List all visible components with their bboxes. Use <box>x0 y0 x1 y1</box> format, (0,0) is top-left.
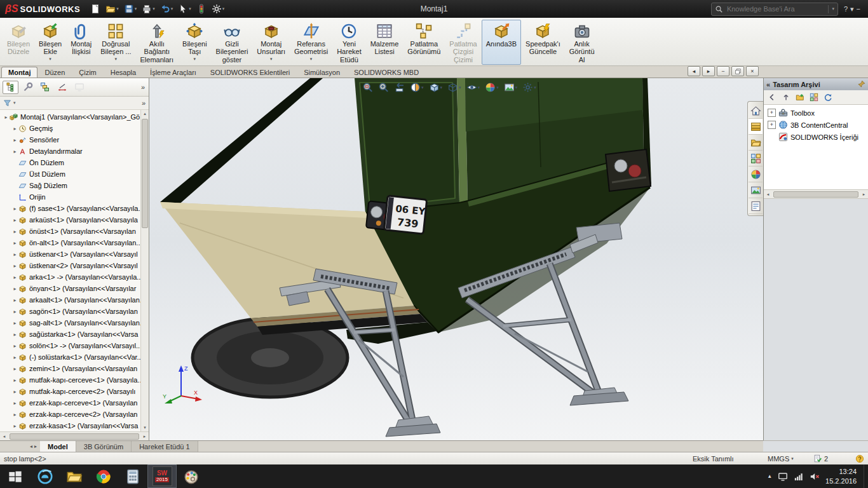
expander-icon[interactable]: ▸ <box>11 332 18 337</box>
dropdown-arrow-icon[interactable]: ▾ <box>310 57 313 62</box>
tree-item[interactable]: ▸ mutfak-kapı-cerceve<1> (Varsayıla... <box>0 374 149 386</box>
taskpane-palette-button[interactable] <box>808 92 820 103</box>
dropdown-arrow-icon[interactable]: ▾ <box>440 85 443 90</box>
viewsettings-button[interactable]: ▾ <box>521 81 538 93</box>
expander-icon[interactable]: ▸ <box>11 252 18 257</box>
expand-plus-icon[interactable]: + <box>768 109 776 117</box>
zoomarea-button[interactable] <box>377 81 390 93</box>
expander-icon[interactable]: ▸ <box>11 217 18 223</box>
tree-item[interactable]: Orijin <box>0 191 149 203</box>
print-button[interactable]: ▾ <box>140 3 157 15</box>
tree-item[interactable]: ▸ erzak-kapı-cerceve<2> (Varsayılan <box>0 409 149 420</box>
taskpane-tab-home[interactable] <box>749 103 763 119</box>
tray-display[interactable] <box>778 471 788 482</box>
fm-tab-configurations[interactable] <box>37 81 53 94</box>
expander-icon[interactable]: ▸ <box>11 286 18 292</box>
taskpane-item[interactable]: + Toolbox <box>764 107 868 119</box>
dropdown-arrow-icon[interactable]: ▾ <box>478 85 480 90</box>
taskpane-up-button[interactable] <box>780 92 792 103</box>
prev-window-button[interactable]: ◂ <box>688 66 700 76</box>
taskpane-tab-designlibrary[interactable] <box>749 119 763 135</box>
knowledge-search-box[interactable]: ▾ <box>711 3 838 16</box>
pin-icon[interactable] <box>857 80 865 88</box>
close-window-button[interactable]: × <box>746 66 759 76</box>
ribbon-speedpak-button[interactable]: Speedpak'ı Güncelle <box>521 20 565 65</box>
ribbon-mate-button[interactable]: Montaj İlişkisi <box>66 20 96 65</box>
tray-volmute[interactable] <box>810 471 820 482</box>
scroll-right-icon[interactable]: ▸ <box>140 434 149 439</box>
feature-tree-scrollbar[interactable]: ▴ ▾ <box>140 110 149 431</box>
help-button[interactable]: ? <box>843 5 849 13</box>
expander-icon[interactable]: ▸ <box>11 274 18 280</box>
expander-icon[interactable]: ▸ <box>11 263 18 269</box>
license-plate[interactable]: 06 EY 739 <box>384 196 427 234</box>
taskpane-tab-appearances[interactable] <box>749 166 763 182</box>
fm-overflow-icon[interactable]: » <box>141 83 146 91</box>
display-pane-expand-icon[interactable]: » <box>142 99 146 107</box>
tree-item[interactable]: ▸ arka<1> -> (Varsayılan<<Varsayıla... <box>0 271 149 283</box>
show-desktop-button[interactable] <box>864 464 868 488</box>
expander-icon[interactable]: ▸ <box>11 355 18 360</box>
expander-icon[interactable]: ▸ <box>11 423 18 429</box>
open-button[interactable]: ▾ <box>104 3 121 15</box>
options-button[interactable]: ▾ <box>210 3 227 15</box>
tree-item[interactable]: ▸ sağüstarka<1> (Varsayılan<<Varsa <box>0 329 149 340</box>
undo-button[interactable]: ▾ <box>158 3 175 15</box>
scrollbar-thumb[interactable] <box>142 119 148 228</box>
tree-item[interactable]: Üst Düzlem <box>0 168 149 180</box>
scroll-left-icon[interactable]: ◂ <box>0 434 8 439</box>
expander-icon[interactable]: ▸ <box>11 229 18 234</box>
bottomtab-3b-görünüm[interactable]: 3B Görünüm <box>76 441 132 452</box>
save-button[interactable]: ▾ <box>122 3 139 15</box>
search-dropdown-icon[interactable]: ▾ <box>832 6 834 11</box>
bottomtab-model[interactable]: Model <box>40 441 76 452</box>
expander-icon[interactable]: ▸ <box>11 412 18 417</box>
expander-icon[interactable]: ▸ <box>11 206 18 212</box>
taskpane-addlocation-button[interactable] <box>794 92 806 103</box>
ribbon-snapshot-button[interactable]: Anlık Görüntü Al <box>565 20 599 65</box>
taskbar-explorer[interactable] <box>60 464 89 488</box>
ribbon-refgeom-button[interactable]: Referans Geometrisi ▾ <box>290 20 332 65</box>
expander-icon[interactable]: ▸ <box>11 400 18 406</box>
dropdown-arrow-icon[interactable]: ▾ <box>270 57 273 62</box>
tree-item[interactable]: ▸ erzak-kapı-cerceve<1> (Varsayılan <box>0 397 149 409</box>
dropdown-arrow-icon[interactable]: ▾ <box>115 57 118 62</box>
dropdown-arrow-icon[interactable]: ▾ <box>515 85 518 90</box>
tree-item[interactable]: Ön Düzlem <box>0 157 149 168</box>
tree-item[interactable]: ▸ ön-alt<1> (Varsayılan<<Varsayılan... <box>0 237 149 248</box>
appearance-button[interactable]: ▾ <box>484 81 500 93</box>
unit-system-selector[interactable]: MMGS ▾ <box>768 455 813 463</box>
ribbon-explline-button[interactable]: Patlatma Çizgisi Çizimi <box>445 20 481 65</box>
expander-icon[interactable]: ▸ <box>11 389 18 395</box>
tab-i-şleme-araçları[interactable]: İşleme Araçları <box>143 67 203 78</box>
taskbar-chrome[interactable] <box>89 464 118 488</box>
knowledge-search-input[interactable] <box>726 4 825 13</box>
task-pane-collapse-icon[interactable]: « <box>766 81 770 88</box>
expander-icon[interactable]: ▸ <box>11 320 18 326</box>
help-ball-icon[interactable] <box>855 454 864 463</box>
expander-icon[interactable]: ▸ <box>11 366 18 372</box>
graphics-viewport[interactable]: 06 EY 739 ▾▾▾▾▾▾▾ Z X <box>149 78 763 440</box>
expander-icon[interactable]: ▸ <box>3 114 10 120</box>
hscrollbar-thumb[interactable] <box>773 191 858 198</box>
tree-item[interactable]: ▸ Sensörler <box>0 134 149 146</box>
tree-item[interactable]: ▸ arkaüst<1> (Varsayılan<<Varsayıla <box>0 214 149 226</box>
taskbar-calculator[interactable] <box>118 464 147 488</box>
tab-düzen[interactable]: Düzen <box>37 67 72 78</box>
dropdown-arrow-icon[interactable]: ▾ <box>135 6 137 11</box>
unit-dropdown-icon[interactable]: ▾ <box>791 456 794 461</box>
hscrollbar-thumb[interactable] <box>10 433 139 440</box>
tab-hesapla[interactable]: Hesapla <box>104 67 143 78</box>
scroll-left-icon[interactable]: ◂ <box>764 192 772 197</box>
fm-tab-featuretree[interactable] <box>3 81 18 94</box>
ribbon-instant3d-button[interactable]: Anında3B <box>482 20 521 65</box>
expander-icon[interactable]: ▸ <box>11 343 18 349</box>
tray-network[interactable] <box>794 471 804 482</box>
tray-clock[interactable]: 13:2415.2.2016 <box>825 467 857 485</box>
expand-plus-icon[interactable]: + <box>768 121 776 129</box>
minimize-window-button[interactable]: − <box>717 66 729 76</box>
orientation-button[interactable]: ▾ <box>428 81 444 93</box>
ribbon-bom-button[interactable]: Malzeme Listesi <box>366 20 403 65</box>
tail-lamp-right[interactable] <box>606 149 651 191</box>
help-dropdown-button[interactable]: ▾ <box>849 5 855 13</box>
